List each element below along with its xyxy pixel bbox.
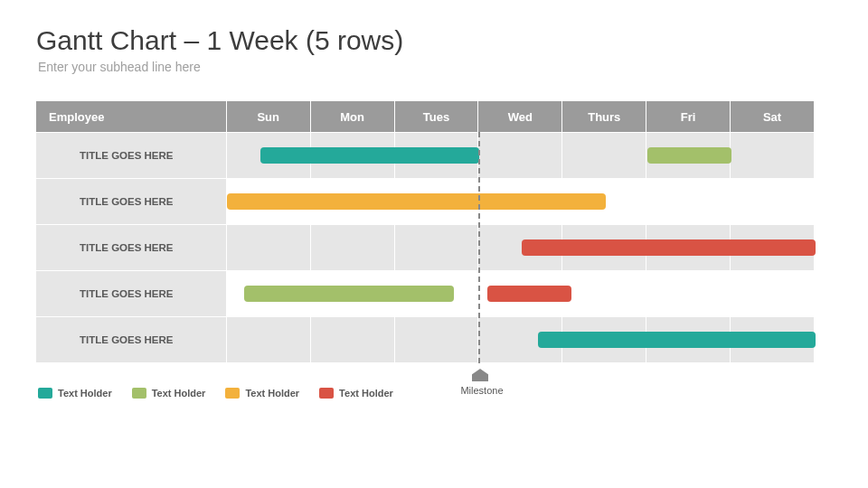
grid-cell — [311, 133, 394, 178]
milestone-icon — [472, 369, 488, 381]
swatch-icon — [225, 388, 240, 399]
milestone-label: Milestone — [455, 385, 509, 396]
swatch-icon — [132, 388, 146, 399]
slide: Gantt Chart – 1 Week (5 rows) Enter your… — [0, 0, 868, 488]
row-label: TITLE GOES HERE — [36, 179, 226, 224]
swatch-icon — [38, 388, 52, 399]
header-day-tues: Tues — [395, 101, 478, 132]
page-title: Gantt Chart – 1 Week (5 rows) — [36, 25, 814, 56]
grid-cell — [731, 271, 814, 316]
grid-cell — [395, 317, 478, 362]
legend-item: Text Holder — [38, 388, 112, 399]
grid-cell — [478, 225, 561, 270]
legend: Text Holder Text Holder Text Holder Text… — [38, 388, 814, 399]
grid-cell — [311, 225, 394, 270]
row-label: TITLE GOES HERE — [36, 225, 226, 270]
grid-cell — [395, 133, 478, 178]
grid-cell — [311, 179, 394, 224]
table-header-row: Employee Sun Mon Tues Wed Thurs Fri Sat — [36, 101, 814, 132]
table-row: TITLE GOES HERE — [36, 133, 814, 178]
table-row: TITLE GOES HERE — [36, 225, 814, 270]
grid-cell — [311, 271, 394, 316]
grid-cell — [562, 179, 646, 224]
grid-cell — [395, 225, 478, 270]
grid-cell — [395, 271, 478, 316]
legend-label: Text Holder — [152, 388, 206, 399]
legend-item: Text Holder — [225, 388, 299, 399]
grid-cell — [646, 133, 730, 178]
grid-cell — [731, 317, 814, 362]
row-label: TITLE GOES HERE — [36, 271, 226, 316]
grid-cell — [646, 271, 730, 316]
grid-cell — [227, 271, 310, 316]
header-day-fri: Fri — [646, 101, 730, 132]
grid-cell — [646, 317, 730, 362]
swatch-icon — [319, 388, 334, 399]
grid-cell — [478, 179, 561, 224]
legend-item: Text Holder — [319, 388, 393, 399]
grid-cell — [646, 225, 730, 270]
grid-cell — [227, 133, 310, 178]
grid-cell — [562, 317, 646, 362]
grid-cell — [227, 225, 310, 270]
header-day-thurs: Thurs — [562, 101, 646, 132]
grid-cell — [646, 179, 730, 224]
legend-label: Text Holder — [339, 388, 393, 399]
grid-cell — [731, 179, 814, 224]
grid-cell — [478, 271, 561, 316]
table-row: TITLE GOES HERE — [36, 271, 814, 316]
gantt-chart: Employee Sun Mon Tues Wed Thurs Fri Sat … — [36, 101, 814, 362]
grid-cell — [562, 133, 646, 178]
row-label: TITLE GOES HERE — [36, 133, 226, 178]
header-employee: Employee — [36, 101, 226, 132]
legend-label: Text Holder — [58, 388, 112, 399]
grid-cell — [227, 317, 310, 362]
grid-cell — [395, 179, 478, 224]
milestone-marker: Milestone — [478, 132, 480, 363]
legend-item: Text Holder — [132, 388, 206, 399]
header-day-sat: Sat — [731, 101, 814, 132]
grid-cell — [478, 317, 561, 362]
grid-cell — [731, 225, 814, 270]
legend-label: Text Holder — [245, 388, 299, 399]
row-label: TITLE GOES HERE — [36, 317, 226, 362]
grid-cell — [562, 271, 646, 316]
grid-cell — [731, 133, 814, 178]
grid-cell — [478, 133, 561, 178]
table-row: TITLE GOES HERE — [36, 317, 814, 362]
header-day-wed: Wed — [478, 101, 561, 132]
grid-cell — [227, 179, 310, 224]
table-row: TITLE GOES HERE — [36, 179, 814, 224]
page-subtitle: Enter your subhead line here — [38, 60, 814, 74]
header-day-sun: Sun — [227, 101, 310, 132]
header-day-mon: Mon — [311, 101, 394, 132]
grid-cell — [562, 225, 646, 270]
grid-cell — [311, 317, 394, 362]
